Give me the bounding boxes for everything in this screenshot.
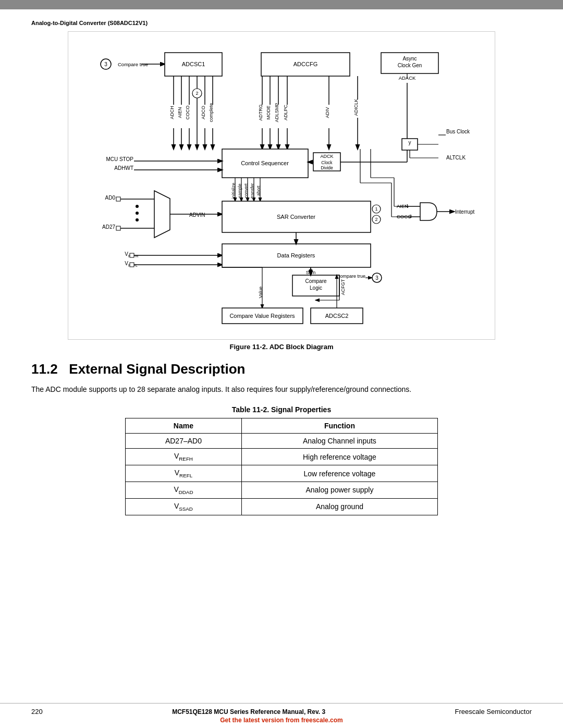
svg-rect-99	[130, 253, 134, 257]
svg-text:ADCK: ADCK	[320, 154, 333, 159]
svg-text:Compare Value Registers: Compare Value Registers	[229, 313, 295, 319]
breadcrumb: Analog-to-Digital Converter (S08ADC12V1)	[31, 20, 532, 26]
footer-link[interactable]: Get the latest version from freescale.co…	[220, 717, 342, 724]
cell-function: Analog power supply	[241, 482, 437, 498]
page: Analog-to-Digital Converter (S08ADC12V1)…	[0, 0, 563, 728]
svg-text:Clock: Clock	[321, 160, 333, 165]
figure-caption: Figure 11-2. ADC Block Diagram	[31, 343, 532, 351]
adc-block-diagram: 3 Compare true ADCSC1 ADCCFG ADCH AIEN	[68, 31, 495, 340]
svg-rect-103	[130, 263, 134, 267]
svg-text:ADCSC1: ADCSC1	[182, 61, 205, 67]
svg-text:complete: complete	[209, 103, 214, 122]
svg-text:COCO: COCO	[185, 106, 190, 120]
svg-text:1: 1	[375, 206, 377, 212]
svg-text:ADTRG: ADTRG	[258, 104, 263, 121]
svg-rect-83	[116, 197, 120, 201]
svg-text:AD27: AD27	[102, 224, 115, 230]
cell-function: Analog ground	[241, 498, 437, 515]
footer: 220 MCF51QE128 MCU Series Reference Manu…	[0, 703, 563, 728]
section-body: The ADC module supports up to 28 separat…	[31, 384, 532, 395]
cell-function: High reference voltage	[241, 449, 437, 465]
table-row: VSSAD Analog ground	[126, 498, 438, 515]
svg-point-86	[136, 212, 139, 215]
cell-name: VREFL	[126, 465, 242, 482]
svg-text:ADCCFG: ADCCFG	[293, 61, 317, 67]
svg-text:ACFGT: ACFGT	[340, 279, 346, 295]
svg-text:3: 3	[104, 61, 107, 67]
cell-name: VSSAD	[126, 498, 242, 515]
svg-marker-91	[154, 191, 170, 238]
section-number: 11.2	[31, 361, 58, 377]
section-heading: External Signal Description	[69, 361, 245, 377]
cell-name: VREFH	[126, 449, 242, 465]
cell-name: AD27–AD0	[126, 434, 242, 449]
svg-text:Compare true: Compare true	[337, 274, 365, 279]
table-title: Table 11-2. Signal Properties	[31, 405, 532, 414]
svg-text:Clock Gen: Clock Gen	[398, 63, 422, 68]
footer-brand: Freescale Semiconductor	[455, 708, 532, 715]
svg-text:2: 2	[195, 91, 198, 96]
footer-manual: MCF51QE128 MCU Series Reference Manual, …	[43, 708, 455, 715]
svg-text:Data Registers: Data Registers	[277, 252, 315, 258]
svg-text:ADCH: ADCH	[169, 106, 175, 119]
svg-text:ADIV: ADIV	[325, 107, 330, 118]
svg-text:MCU STOP: MCU STOP	[106, 156, 133, 162]
table-row: AD27–AD0 Analog Channel inputs	[126, 434, 438, 449]
cell-function: Low reference voltage	[241, 465, 437, 482]
svg-text:Control Sequencer: Control Sequencer	[241, 160, 289, 166]
page-number: 220	[31, 708, 43, 715]
svg-rect-89	[116, 226, 120, 230]
svg-text:ADCO: ADCO	[201, 106, 206, 119]
section-title: 11.2 External Signal Description	[31, 361, 532, 377]
cell-name: VDDAD	[126, 482, 242, 498]
svg-text:y: y	[409, 140, 411, 145]
table-row: VDDAD Analog power supply	[126, 482, 438, 498]
diagram-svg: 3 Compare true ADCSC1 ADCCFG ADCH AIEN	[74, 37, 491, 334]
section-name	[62, 361, 65, 377]
svg-text:ADLPC: ADLPC	[283, 104, 288, 120]
table-row: VREFH High reference voltage	[126, 449, 438, 465]
svg-text:2: 2	[375, 217, 377, 222]
signal-table: Name Function AD27–AD0 Analog Channel in…	[125, 418, 438, 515]
svg-text:Interrupt: Interrupt	[455, 209, 474, 215]
svg-text:1: 1	[406, 203, 409, 208]
svg-text:Logic: Logic	[310, 285, 322, 291]
svg-text:MODE: MODE	[266, 106, 271, 120]
footer-main: 220 MCF51QE128 MCU Series Reference Manu…	[31, 708, 532, 715]
svg-text:SAR Converter: SAR Converter	[277, 214, 315, 220]
svg-text:2: 2	[409, 214, 412, 219]
svg-text:Async: Async	[402, 56, 417, 61]
svg-text:ADCSC2: ADCSC2	[325, 313, 349, 319]
svg-text:ADLSMP: ADLSMP	[274, 103, 279, 122]
svg-text:AD0: AD0	[105, 195, 116, 201]
svg-text:Bus Clock: Bus Clock	[446, 129, 470, 134]
svg-text:ALTCLK: ALTCLK	[446, 155, 466, 161]
svg-text:Divide: Divide	[321, 165, 333, 170]
svg-text:3: 3	[375, 275, 378, 281]
svg-point-85	[136, 205, 139, 208]
table-row: VREFL Low reference voltage	[126, 465, 438, 482]
top-bar	[0, 0, 563, 9]
svg-point-87	[136, 218, 139, 221]
cell-function: Analog Channel inputs	[241, 434, 437, 449]
svg-text:ADVIN: ADVIN	[189, 212, 205, 218]
svg-text:Compare: Compare	[305, 278, 327, 284]
col-header-name: Name	[126, 418, 242, 434]
col-header-function: Function	[241, 418, 437, 434]
svg-text:AIEN: AIEN	[177, 107, 182, 118]
main-content: Analog-to-Digital Converter (S08ADC12V1)…	[0, 9, 563, 703]
svg-text:ADICLK: ADICLK	[353, 99, 359, 116]
svg-text:ADHWT: ADHWT	[114, 165, 133, 171]
